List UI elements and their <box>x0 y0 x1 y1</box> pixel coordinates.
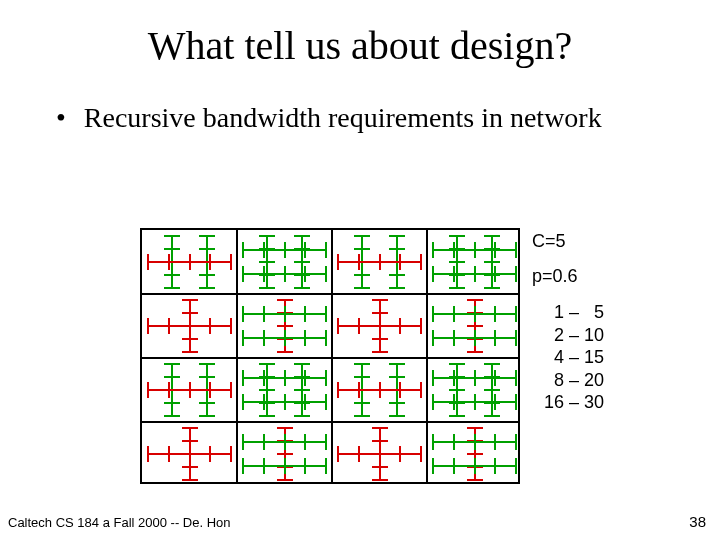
tick <box>484 287 500 289</box>
tick <box>294 261 310 263</box>
tick <box>494 266 496 282</box>
tick <box>354 376 370 378</box>
tick <box>230 446 232 462</box>
tick <box>389 376 405 378</box>
tick <box>389 402 405 404</box>
tick <box>453 330 455 346</box>
tick <box>354 415 370 417</box>
tick <box>189 254 191 270</box>
tick <box>379 446 381 462</box>
tick <box>189 446 191 462</box>
tick <box>515 242 517 258</box>
bandwidth-row: 1 – 5 <box>544 301 604 324</box>
bullet-marker: • <box>56 101 84 135</box>
tick <box>209 318 211 334</box>
tick <box>515 458 517 474</box>
tick <box>372 351 388 353</box>
tick <box>294 287 310 289</box>
tick <box>263 458 265 474</box>
tick <box>284 330 286 346</box>
label-p: p=0.6 <box>532 265 604 288</box>
tick <box>354 248 370 250</box>
tick <box>242 330 244 346</box>
tick <box>263 330 265 346</box>
tick <box>453 370 455 386</box>
tick <box>389 287 405 289</box>
tick <box>372 427 388 429</box>
tick <box>389 235 405 237</box>
tick <box>304 330 306 346</box>
tick <box>164 235 180 237</box>
tick <box>284 458 286 474</box>
tick <box>389 274 405 276</box>
tick <box>242 266 244 282</box>
tick <box>432 242 434 258</box>
tick <box>337 254 339 270</box>
tick <box>294 235 310 237</box>
slide-number: 38 <box>689 513 706 530</box>
tick <box>263 370 265 386</box>
tick <box>399 254 401 270</box>
tick <box>259 261 275 263</box>
tick <box>209 382 211 398</box>
tick <box>453 266 455 282</box>
tick <box>379 382 381 398</box>
tick <box>325 434 327 450</box>
tick <box>467 351 483 353</box>
tick <box>372 338 388 340</box>
tick <box>420 254 422 270</box>
tick <box>182 299 198 301</box>
tick <box>337 382 339 398</box>
tick <box>449 235 465 237</box>
tick <box>337 446 339 462</box>
tick <box>484 415 500 417</box>
tick <box>199 415 215 417</box>
tick <box>515 330 517 346</box>
tick <box>304 458 306 474</box>
tick <box>242 434 244 450</box>
tick <box>164 287 180 289</box>
bandwidth-table: 1 – 5 2 – 10 4 – 15 8 – 2016 – 30 <box>532 301 604 414</box>
tick <box>474 266 476 282</box>
tick <box>259 235 275 237</box>
tick <box>242 458 244 474</box>
tick <box>182 351 198 353</box>
tick <box>304 370 306 386</box>
slide-title: What tell us about design? <box>0 0 720 69</box>
tick <box>263 266 265 282</box>
tick <box>354 363 370 365</box>
tick <box>432 330 434 346</box>
tick <box>242 306 244 322</box>
tick <box>325 394 327 410</box>
tick <box>259 415 275 417</box>
tick <box>354 274 370 276</box>
tick <box>337 318 339 334</box>
tick <box>399 382 401 398</box>
tick <box>515 394 517 410</box>
tick <box>474 394 476 410</box>
tick <box>432 306 434 322</box>
tick <box>484 389 500 391</box>
tick <box>432 266 434 282</box>
tick <box>453 306 455 322</box>
tick <box>389 415 405 417</box>
tick <box>474 330 476 346</box>
tick <box>164 376 180 378</box>
tick <box>372 299 388 301</box>
tick <box>263 242 265 258</box>
bandwidth-row: 8 – 20 <box>544 369 604 392</box>
tick <box>389 248 405 250</box>
tick <box>277 479 293 481</box>
tick <box>284 394 286 410</box>
tick <box>263 434 265 450</box>
tick <box>147 254 149 270</box>
tick <box>242 242 244 258</box>
tick <box>494 434 496 450</box>
tick <box>474 434 476 450</box>
tick <box>277 427 293 429</box>
tick <box>168 318 170 334</box>
tick <box>242 370 244 386</box>
tick <box>467 453 483 455</box>
tick <box>399 318 401 334</box>
tick <box>354 402 370 404</box>
